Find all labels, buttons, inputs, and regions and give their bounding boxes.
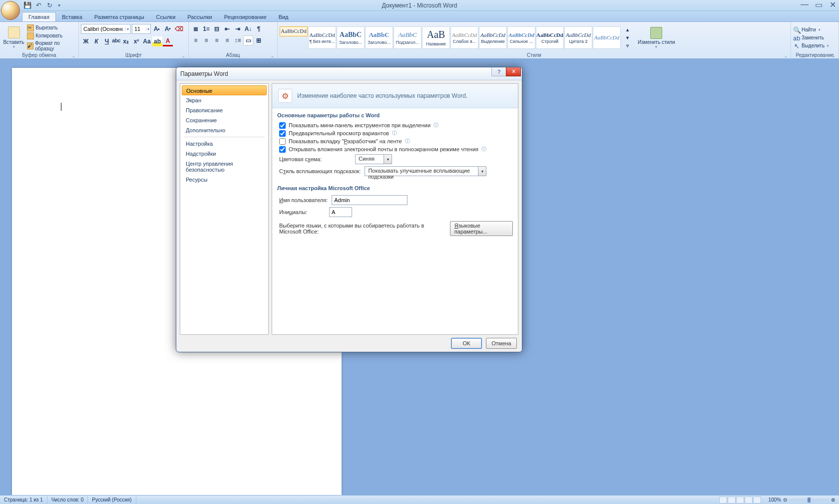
strike-button[interactable]: abc [112,36,120,44]
numbering-button[interactable]: 1≡ [201,24,211,34]
format-painter-button[interactable]: 🖌Формат по образцу [27,40,76,51]
nav-item[interactable]: Экран [182,95,267,105]
style-item[interactable]: AaBbCcDdСлабое в... [450,26,478,49]
shading-button[interactable]: ▭ [243,35,253,45]
gallery-down-icon[interactable]: ▾ [623,34,631,42]
justify-button[interactable]: ≡ [222,35,232,45]
borders-button[interactable]: ⊞ [254,35,264,45]
option-live-preview[interactable]: Предварительный просмотр вариантовⓘ [279,129,513,137]
font-name-combo[interactable]: ▾ [81,24,131,34]
view-draft[interactable] [753,497,761,504]
zoom-in-button[interactable]: ⊕ [831,497,835,503]
nav-item[interactable]: Основные [182,85,267,95]
nav-item[interactable]: Центр управления безопасностью [182,159,267,175]
option-mini-toolbar[interactable]: Показывать мини-панель инструментов при … [279,121,513,129]
paste-button[interactable]: Вставить ▾ [2,25,25,50]
highlight-button[interactable]: ab [152,36,162,46]
color-scheme-select[interactable]: Синяя▾ [355,154,392,164]
dialog-close-button[interactable]: ✕ [506,67,521,76]
checkbox[interactable] [279,138,286,145]
style-item[interactable]: AaBbCcDdВыделение [479,26,507,49]
save-icon[interactable]: 💾 [23,1,32,10]
multilevel-button[interactable]: ⊟ [212,24,222,34]
style-item[interactable]: AaBbCЗаголово... [365,26,393,49]
bold-button[interactable]: Ж [81,36,91,46]
qat-customize-icon[interactable]: ▾ [58,2,60,8]
info-icon[interactable]: ⓘ [392,130,397,137]
style-item[interactable]: AaBbCcDd [593,26,621,49]
view-outline[interactable] [745,497,753,504]
chevron-down-icon[interactable]: ▾ [384,154,392,164]
office-button[interactable] [1,1,20,20]
superscript-button[interactable]: x² [131,36,141,46]
chevron-down-icon[interactable]: ▾ [125,27,130,31]
tab-главная[interactable]: Главная [22,12,56,21]
chevron-down-icon[interactable]: ▾ [478,166,486,176]
clear-format-button[interactable]: ⌫ [174,24,184,34]
info-icon[interactable]: ⓘ [481,146,486,153]
style-gallery[interactable]: AaBbCcDd¶ ОбычныйAaBbCcDd¶ Без инте...Aa… [280,26,621,49]
minimize-button[interactable]: — [800,1,809,8]
checkbox[interactable] [279,122,286,129]
change-case-button[interactable]: Aa [142,36,152,46]
close-button[interactable]: ✕ [828,1,837,8]
indent-dec-button[interactable]: ⇤ [222,24,232,34]
indent-inc-button[interactable]: ⇥ [233,24,243,34]
cancel-button[interactable]: Отмена [486,338,517,349]
undo-icon[interactable]: ↶ [34,1,43,10]
sort-button[interactable]: A↓ [243,24,253,34]
maximize-button[interactable]: ▭ [814,1,823,8]
nav-item[interactable]: Правописание [182,105,267,115]
style-item[interactable]: AaBbCcDdСильное ... [507,26,535,49]
grow-font-button[interactable]: A▴ [152,24,162,34]
nav-item[interactable]: Ресурсы [182,175,267,185]
change-styles-button[interactable]: Изменить стили ▾ [636,26,677,50]
info-icon[interactable]: ⓘ [405,138,410,145]
select-button[interactable]: ↖Выделить▾ [793,42,829,49]
underline-button[interactable]: Ч [102,36,112,46]
username-input[interactable] [332,195,408,205]
style-item[interactable]: AaBbCcDd¶ Без инте... [308,26,336,49]
cut-button[interactable]: ✂Вырезать [27,24,76,31]
show-marks-button[interactable]: ¶ [254,24,264,34]
tab-вид[interactable]: Вид [273,12,295,21]
align-center-button[interactable]: ≡ [201,35,211,45]
font-size-combo[interactable]: ▾ [132,24,151,34]
style-item[interactable]: АаВНазвание [422,26,450,49]
zoom-out-button[interactable]: ⊖ [783,497,787,503]
status-language[interactable]: Русский (Россия) [88,496,136,504]
chevron-down-icon[interactable]: ▾ [146,27,150,31]
tooltip-style-select[interactable]: Показывать улучшенные всплывающие подска… [365,166,486,176]
language-settings-button[interactable]: Языковые параметры... [450,221,513,236]
style-item[interactable]: AaBbCЗаголово... [337,26,365,49]
subscript-button[interactable]: x₂ [121,36,131,46]
align-left-button[interactable]: ≡ [191,35,201,45]
gallery-up-icon[interactable]: ▴ [623,26,631,34]
replace-button[interactable]: abЗаменить [793,34,829,41]
style-item[interactable]: AaBbCcDd¶ Обычный [280,26,308,36]
nav-item[interactable]: Настройка [182,139,267,149]
nav-item[interactable]: Дополнительно [182,125,267,135]
zoom-value[interactable]: 100% [768,497,781,503]
tab-разметка страницы[interactable]: Разметка страницы [88,12,150,21]
dialog-title-bar[interactable]: Параметры Word ? ✕ [176,67,522,80]
font-color-button[interactable]: A [163,36,173,46]
view-print-layout[interactable] [719,497,727,504]
checkbox[interactable] [279,130,286,137]
tab-вставка[interactable]: Вставка [56,12,88,21]
checkbox[interactable] [279,146,286,153]
status-page[interactable]: Страница: 1 из 1 [0,496,47,504]
bullets-button[interactable]: ≣ [191,24,201,34]
tab-рецензирование[interactable]: Рецензирование [218,12,273,21]
status-words[interactable]: Число слов: 0 [47,496,88,504]
option-email-fullscreen[interactable]: Открывать вложения электронной почты в п… [279,145,513,153]
option-developer-tab[interactable]: Показывать вкладку "Разработчик" на лент… [279,137,513,145]
tab-рассылки[interactable]: Рассылки [181,12,218,21]
ok-button[interactable]: ОК [451,338,482,349]
dialog-help-button[interactable]: ? [491,67,506,76]
view-full-reading[interactable] [728,497,736,504]
italic-button[interactable]: К [91,36,101,46]
align-right-button[interactable]: ≡ [212,35,222,45]
initials-input[interactable] [329,207,352,217]
line-spacing-button[interactable]: ↕≡ [233,35,243,45]
